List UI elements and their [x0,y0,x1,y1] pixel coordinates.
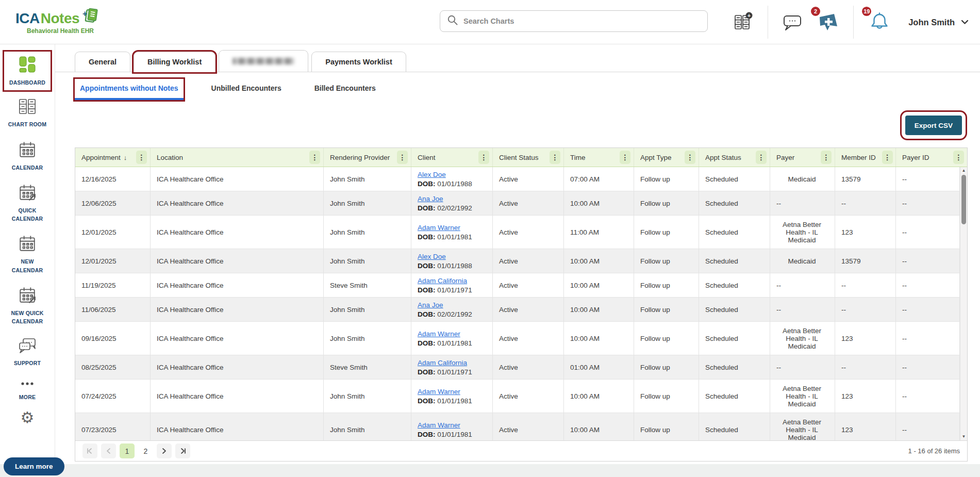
client-link[interactable]: Adam Warner [418,421,488,429]
dob-label: DOB: [418,397,436,405]
table-row[interactable]: 12/06/2025ICA Healthcare OfficeJohn Smit… [75,191,967,216]
cell-value: ICA Healthcare Office [157,175,319,183]
column-menu-icon[interactable]: ⋮ [478,151,489,164]
cell-value: ICA Healthcare Office [157,364,319,371]
cell-payer: Aetna Better Health - IL Medicaid [770,380,835,413]
learn-more-button[interactable]: Learn more [4,457,64,475]
column-header-appointment[interactable]: Appointment↓⋮ [75,148,151,167]
table-row[interactable]: 12/16/2025ICA Healthcare OfficeJohn Smit… [75,167,967,191]
column-menu-icon[interactable]: ⋮ [397,151,408,164]
client-link[interactable]: Alex Doe [418,253,488,260]
column-header-member-id[interactable]: Member ID⋮ [835,148,896,167]
user-menu[interactable]: John Smith [908,18,969,27]
cell-value: Active [499,364,559,371]
column-menu-icon[interactable]: ⋮ [550,151,560,164]
app-logo[interactable]: ICA ICANotes + Behavioral Health EHR [15,8,99,35]
table-row[interactable]: 09/16/2025ICA Healthcare OfficeJohn Smit… [75,322,967,355]
column-header-client[interactable]: Client⋮ [411,148,493,167]
column-header-time[interactable]: Time⋮ [564,148,634,167]
sidebar-item-new-quick-calendar[interactable]: NEW QUICK CALENDAR [4,282,51,330]
subtab-billed-encounters[interactable]: Billed Encounters [309,79,381,100]
table-row[interactable]: 11/19/2025ICA Healthcare OfficeSteve Smi… [75,273,967,298]
cell-member-id: 13579 [835,167,896,191]
client-link[interactable]: Ana Joe [418,301,488,309]
dashboard-icon [18,55,37,76]
client-link[interactable]: Ana Joe [418,195,488,203]
column-menu-icon[interactable]: ⋮ [756,151,767,164]
client-link[interactable]: Adam Warner [418,330,488,338]
sidebar-item-new-calendar[interactable]: NEW CALENDAR [4,231,51,278]
table-row[interactable]: 07/23/2025ICA Healthcare OfficeJohn Smit… [75,413,967,440]
search-charts-input[interactable] [463,17,701,25]
column-menu-icon[interactable]: ⋮ [821,151,832,164]
client-link[interactable]: Adam Warner [418,224,488,232]
dob-label: DOB: [418,339,436,347]
scroll-down-icon[interactable]: ▼ [962,433,966,440]
cell-value: Scheduled [705,200,766,207]
table-row[interactable]: 08/25/2025ICA Healthcare OfficeSteve Smi… [75,355,967,380]
tab-payments-worklist[interactable]: Payments Worklist [311,52,406,72]
sidebar-item-dashboard[interactable]: DASHBOARD [4,52,51,90]
column-menu-icon[interactable]: ⋮ [136,151,147,164]
tab-billing-worklist[interactable]: Billing Worklist [134,52,215,72]
cell-provider: John Smith [324,380,411,413]
subtab-unbilled-encounters[interactable]: Unbilled Encounters [206,79,287,100]
sidebar-item-support[interactable]: SUPPORT [4,333,51,371]
cell-value: John Smith [330,200,407,207]
column-menu-icon[interactable]: ⋮ [685,151,695,164]
sidebar-item-calendar[interactable]: CALENDAR [4,137,51,175]
sidebar: DASHBOARDCHART ROOMCALENDARQUICK CALENDA… [0,44,55,477]
subtab-appointments-without-notes[interactable]: Appointments without Notes [75,79,184,100]
table-row[interactable]: 11/06/2025ICA Healthcare OfficeJohn Smit… [75,298,967,322]
table-row[interactable]: 12/01/2025ICA Healthcare OfficeJohn Smit… [75,216,967,249]
dob-label: DOB: [418,310,436,318]
client-link[interactable]: Adam Warner [418,388,488,396]
grid-body: 12/16/2025ICA Healthcare OfficeJohn Smit… [75,167,967,440]
cell-client: Adam WarnerDOB: 01/01/1981 [411,380,493,413]
scrollbar-thumb[interactable] [961,175,966,224]
cell-payer-id: -- [896,249,960,273]
chart-rack-add-icon[interactable]: + [732,11,754,33]
scroll-up-icon[interactable]: ▲ [962,167,966,174]
column-header-appt-type[interactable]: Appt Type⋮ [634,148,699,167]
client-link[interactable]: Adam California [418,359,488,367]
sidebar-item-more[interactable]: MORE [4,375,51,405]
cell-value: 13579 [841,257,891,265]
cell-value: Scheduled [705,306,766,314]
notifications-bell-icon[interactable]: 19 [868,11,891,33]
page-button-2[interactable]: 2 [138,443,153,458]
sidebar-item-quick-calendar[interactable]: QUICK CALENDAR [4,179,51,227]
tab-general[interactable]: General [75,52,130,72]
redacted-tab-label [232,58,294,64]
tab-label: Billing Worklist [147,58,202,66]
column-header-payer-id[interactable]: Payer ID⋮ [896,148,967,167]
next-page-icon[interactable] [157,443,172,458]
first-page-icon[interactable] [82,443,97,458]
cell-value: Active [499,426,559,434]
tab-redacted[interactable] [219,50,308,72]
client-link[interactable]: Alex Doe [418,171,488,178]
column-menu-icon[interactable]: ⋮ [620,151,630,164]
column-menu-icon[interactable]: ⋮ [309,151,320,164]
cell-payer-id: -- [896,273,960,297]
quick-add-flag-icon[interactable]: 2 [817,11,839,33]
column-header-payer[interactable]: Payer⋮ [770,148,835,167]
settings-gear-icon[interactable]: ⚙ [21,410,35,425]
export-csv-button[interactable]: Export CSV [905,116,962,135]
sidebar-item-chart-room[interactable]: CHART ROOM [4,94,51,132]
table-row[interactable]: 07/24/2025ICA Healthcare OfficeJohn Smit… [75,380,967,413]
previous-page-icon[interactable] [101,443,116,458]
page-button-1[interactable]: 1 [120,443,135,458]
chat-bubble-icon[interactable] [782,13,803,31]
column-header-location[interactable]: Location⋮ [151,148,324,167]
column-menu-icon[interactable]: ⋮ [953,151,964,164]
vertical-scrollbar[interactable]: ▲ ▼ [960,167,967,440]
table-row[interactable]: 12/01/2025ICA Healthcare OfficeJohn Smit… [75,249,967,273]
column-menu-icon[interactable]: ⋮ [882,151,893,164]
last-page-icon[interactable] [175,443,190,458]
column-header-appt-status[interactable]: Appt Status⋮ [699,148,770,167]
column-header-rendering-provider[interactable]: Rendering Provider⋮ [324,148,411,167]
client-link[interactable]: Adam California [418,277,488,285]
cell-value: 09/16/2025 [81,335,146,342]
column-header-client-status[interactable]: Client Status⋮ [493,148,564,167]
